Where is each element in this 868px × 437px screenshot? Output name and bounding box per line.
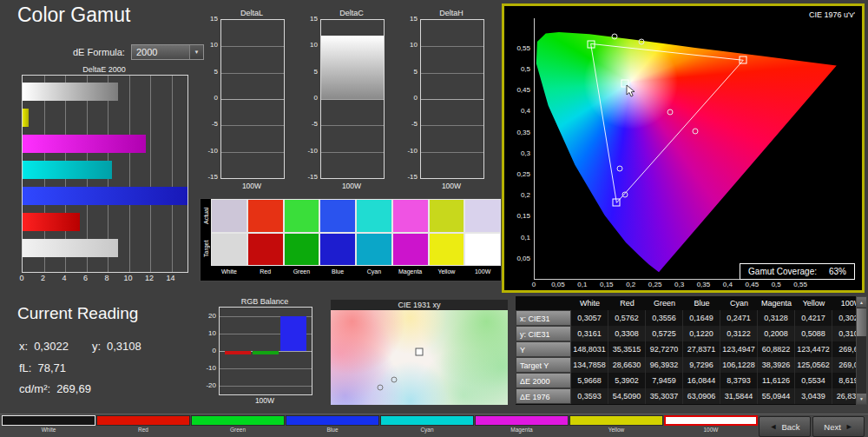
cie31-square-marker xyxy=(416,348,424,355)
current-reading-fl: fL: 78,71 xyxy=(19,361,66,374)
patch-cyan[interactable]: Cyan xyxy=(380,415,474,434)
back-button[interactable]: ◄ Back xyxy=(759,416,811,437)
gamut-coverage-box: Gamut Coverage: 63% xyxy=(740,263,855,280)
cie-x-tick-label: 0,35 xyxy=(697,281,711,288)
cie-y-tick-label: 0,1 xyxy=(506,234,530,242)
y-tick-label: 10 xyxy=(205,41,218,49)
y-tick-label: 5 xyxy=(404,68,418,76)
target-swatch xyxy=(247,233,284,267)
deltae-bar-magenta xyxy=(23,135,146,153)
patch-label: 100W xyxy=(664,426,758,434)
table-cell: 123,4947 xyxy=(720,341,758,357)
measurement-square-marker xyxy=(587,40,595,48)
chart-plot xyxy=(320,19,385,179)
cie-x-tick-label: 0,3 xyxy=(674,281,684,288)
current-reading-cdm2: cd/m²: 269,69 xyxy=(19,382,91,395)
table-row: Y148,803135,351592,727027,8371123,494760… xyxy=(516,341,856,357)
cie-y-tick-label: 0,4 xyxy=(506,107,530,115)
chart-title: DeltaL xyxy=(220,9,283,17)
patch-100w[interactable]: 100W xyxy=(664,415,758,434)
swatch-column-label: Green xyxy=(284,266,320,281)
patch-green[interactable]: Green xyxy=(191,415,285,434)
row-label: y: CIE31 xyxy=(516,326,571,341)
patch-color xyxy=(96,415,190,426)
reading-y-value: 0,3108 xyxy=(107,340,141,353)
y-tick-label: -5 xyxy=(404,120,418,128)
table-row: ΔE 19760,359354,509035,303763,090631,584… xyxy=(516,388,856,404)
table-cell: 54,5090 xyxy=(608,388,646,404)
table-cell: 0,1649 xyxy=(683,310,720,326)
patch-yellow[interactable]: Yellow xyxy=(569,415,663,434)
cie-x-tick-label: 0,4 xyxy=(723,281,733,288)
cie-x-tick-label: 0 xyxy=(532,281,536,288)
patch-blue[interactable]: Blue xyxy=(286,415,379,434)
patch-label: Red xyxy=(96,426,190,434)
cie-x-tick-label: 0,15 xyxy=(600,281,614,288)
table-cell: 31,5844 xyxy=(720,388,758,404)
next-button[interactable]: Next ► xyxy=(812,416,865,437)
deltae-x-tick-label: 4 xyxy=(62,274,67,282)
patch-magenta[interactable]: Magenta xyxy=(475,415,569,434)
cie-y-tick-label: 0,05 xyxy=(506,255,530,262)
scroll-up-icon[interactable]: ▲ xyxy=(857,297,866,308)
results-column-header: Magenta xyxy=(758,296,795,310)
target-swatch xyxy=(319,233,356,267)
row-label: ΔE 1976 xyxy=(516,388,571,404)
y-tick-label: -15 xyxy=(404,173,418,181)
patch-label: White xyxy=(2,426,95,434)
chart-deltal: DeltaL151050-5-10-15100W xyxy=(205,9,295,195)
y-tick-label: -10 xyxy=(305,147,318,155)
results-scrollbar[interactable]: ▲ ▼ xyxy=(856,296,867,405)
table-cell: 16,0844 xyxy=(683,373,720,388)
chevron-down-icon[interactable]: ▼ xyxy=(189,45,203,59)
gamut-triangle xyxy=(591,43,744,202)
results-column-header: Yellow xyxy=(795,296,832,310)
cie-x-tick-label: 0,25 xyxy=(648,281,662,288)
rgb-x-axis-label: 100W xyxy=(219,396,311,405)
y-tick-label: 10 xyxy=(305,41,318,49)
cie-y-tick-label: 0,2 xyxy=(506,191,530,199)
swatch-column-white: White xyxy=(211,199,247,281)
table-cell: 0,3057 xyxy=(571,310,608,326)
y-tick-label: 15 xyxy=(404,15,418,23)
table-cell: 3,0439 xyxy=(795,388,832,404)
deltae-bar-yellow xyxy=(23,109,29,127)
scrollbar-thumb[interactable] xyxy=(857,308,866,336)
rgb-bar-green xyxy=(253,351,279,354)
gridline xyxy=(421,125,483,126)
actual-swatch xyxy=(392,199,429,233)
cie-1976-panel[interactable]: CIE 1976 u'v' 0,050,10,150,20,250,30,350… xyxy=(502,3,865,293)
table-cell: 9,7296 xyxy=(683,357,720,373)
deltae-x-tick-label: 6 xyxy=(83,274,88,282)
table-cell: 0,3161 xyxy=(571,326,608,341)
cie-x-tick-label: 0,55 xyxy=(793,281,807,288)
swatch-row-labels: Actual Target xyxy=(201,199,211,281)
patch-red[interactable]: Red xyxy=(96,415,190,434)
measurement-circle-marker xyxy=(612,33,618,39)
de-formula-dropdown[interactable]: 2000 ▼ xyxy=(131,44,204,60)
rgb-bar-blue xyxy=(280,316,306,351)
y-tick-label: 5 xyxy=(305,68,318,76)
swatch-column-label: White xyxy=(211,266,247,281)
swatch-column-green: Green xyxy=(284,199,320,281)
gridline xyxy=(321,99,384,100)
table-cell: 0,5534 xyxy=(795,373,832,388)
patch-white[interactable]: White xyxy=(2,415,95,434)
table-cell: 0,3556 xyxy=(646,310,683,326)
cie-1931-panel[interactable]: CIE 1931 xy xyxy=(331,300,508,405)
reading-fl-label: fL: xyxy=(19,361,31,374)
deltae-bar-blue xyxy=(23,187,187,205)
cie-y-tick-label: 0,45 xyxy=(506,86,530,94)
table-cell: 0,5725 xyxy=(646,326,683,341)
rgb-bar-red xyxy=(225,351,251,354)
rgb-y-tick-label: -20 xyxy=(205,381,216,389)
results-body: x: CIE310,30570,57620,35560,16490,24710,… xyxy=(516,310,856,404)
table-cell: 125,0562 xyxy=(795,357,832,373)
patch-label: Green xyxy=(191,426,285,434)
row-label: ΔE 2000 xyxy=(516,373,571,388)
deltae-bar-100w xyxy=(23,83,118,101)
gamut-coverage-value: 63% xyxy=(829,267,846,276)
scroll-down-icon[interactable]: ▼ xyxy=(857,394,866,404)
rgb-gridline xyxy=(220,386,312,387)
cie-y-tick-label: 0,25 xyxy=(506,170,530,178)
